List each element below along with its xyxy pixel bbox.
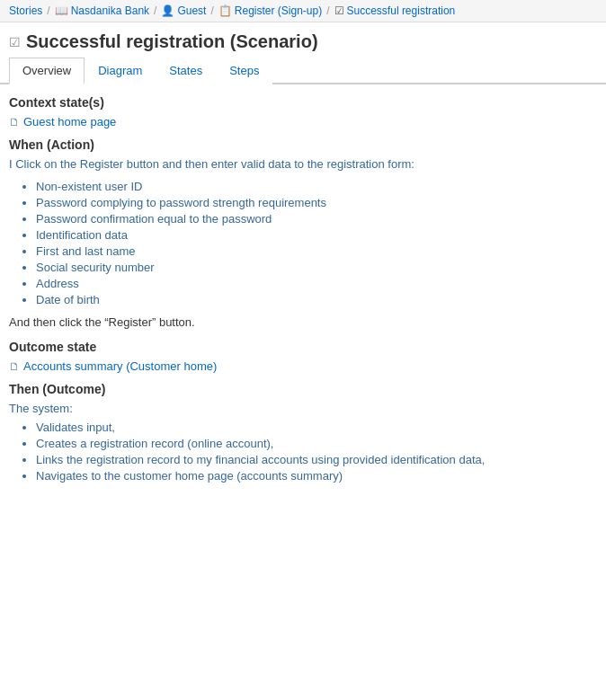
after-list-text: And then click the “Register” button. [9,315,597,329]
list-item: Links the registration record to my fina… [36,453,597,466]
page-title-icon: ☑ [9,35,21,49]
breadcrumb: Stories / 📖 Nasdanika Bank / 👤 Guest / 📋… [0,0,606,22]
list-item: Address [36,277,597,290]
list-item: Password confirmation equal to the passw… [36,212,597,226]
list-item: Non-existent user ID [36,180,597,193]
tabs-bar: Overview Diagram States Steps [0,58,606,84]
context-state-heading: Context state(s) [9,95,597,110]
when-action-text: I Click on the Register button and then … [9,157,597,171]
when-action-list: Non-existent user ID Password complying … [36,180,597,306]
then-outcome-heading: Then (Outcome) [9,382,597,396]
page-link-icon: 🗋 [9,116,20,128]
accounts-summary-link[interactable]: 🗋 Accounts summary (Customer home) [9,359,597,373]
then-outcome-list: Validates input, Creates a registration … [36,421,597,483]
tab-overview[interactable]: Overview [9,58,85,84]
breadcrumb-bank[interactable]: Nasdanika Bank [71,4,149,17]
page-link-icon-2: 🗋 [9,360,20,373]
page-title-bar: ☑ Successful registration (Scenario) [0,22,606,58]
outcome-state-heading: Outcome state [9,340,597,354]
breadcrumb-sep-3: / [210,4,213,17]
user-icon: 👤 [161,4,174,17]
breadcrumb-stories[interactable]: Stories [9,4,42,17]
breadcrumb-sep-1: / [47,4,49,17]
list-item: Navigates to the customer home page (acc… [36,469,597,483]
doc-icon: 📋 [218,4,232,17]
book-icon: 📖 [55,4,68,17]
tab-diagram[interactable]: Diagram [85,58,156,84]
list-item: First and last name [36,244,597,258]
breadcrumb-register[interactable]: Register (Sign-up) [235,4,322,17]
page-title: Successful registration (Scenario) [26,31,318,52]
when-action-heading: When (Action) [9,137,597,152]
tab-states[interactable]: States [156,58,216,84]
list-item: Identification data [36,228,597,242]
list-item: Social security number [36,261,597,274]
breadcrumb-sep-2: / [154,4,156,17]
list-item: Creates a registration record (online ac… [36,437,597,450]
guest-home-page-link[interactable]: 🗋 Guest home page [9,115,597,128]
list-item: Date of birth [36,293,597,306]
main-content: Context state(s) 🗋 Guest home page When … [0,95,606,509]
then-intro-text: The system: [9,402,597,415]
breadcrumb-sep-4: / [326,4,329,17]
accounts-summary-label: Accounts summary (Customer home) [23,359,217,373]
guest-home-page-label: Guest home page [23,115,116,128]
breadcrumb-guest[interactable]: Guest [177,4,206,17]
check-icon: ☑ [334,4,344,17]
list-item: Password complying to password strength … [36,196,597,209]
tab-steps[interactable]: Steps [216,58,272,84]
breadcrumb-successful[interactable]: Successful registration [347,4,456,17]
list-item: Validates input, [36,421,597,434]
